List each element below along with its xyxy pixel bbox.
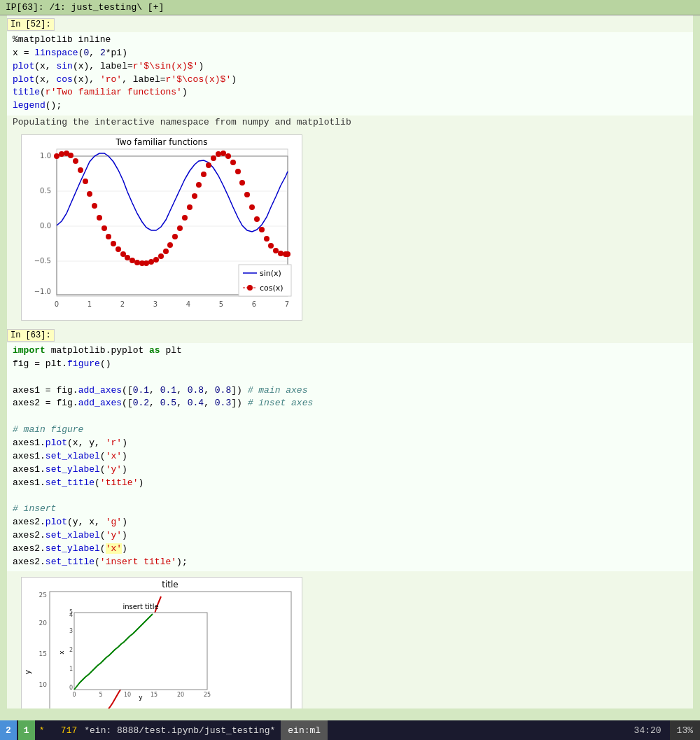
- cell-52-code[interactable]: %matplotlib inline x = linspace(0, 2*pi)…: [7, 32, 693, 116]
- svg-point-22: [59, 151, 64, 157]
- svg-point-37: [130, 258, 135, 263]
- title-text: IP[63]: /1: just_testing\ [+]: [6, 2, 164, 13]
- status-cell-2: 2: [0, 720, 17, 740]
- svg-text:0: 0: [72, 692, 76, 698]
- status-right: 34:20 13%: [626, 720, 700, 740]
- cell-52-label[interactable]: In [52]:: [7, 18, 55, 31]
- svg-point-54: [211, 155, 216, 161]
- svg-point-49: [187, 204, 192, 210]
- svg-text:2: 2: [69, 647, 73, 653]
- svg-text:3: 3: [153, 300, 158, 308]
- status-cell-1: 1: [18, 720, 35, 740]
- svg-point-52: [201, 172, 206, 177]
- cell-52-output: Populating the interactive namespace fro…: [7, 116, 693, 129]
- svg-text:0: 0: [55, 300, 59, 308]
- svg-point-56: [220, 151, 226, 156]
- svg-point-29: [92, 203, 97, 209]
- svg-text:20: 20: [39, 620, 48, 627]
- svg-point-47: [177, 225, 183, 231]
- svg-point-44: [163, 249, 169, 254]
- svg-point-66: [268, 243, 274, 249]
- plot2-inset-title: insert title: [122, 603, 158, 610]
- svg-point-34: [115, 246, 121, 252]
- svg-point-55: [216, 151, 221, 157]
- plot2-svg: title y x 0 5 10 15 20 25 0 1 2 3 4 5: [22, 578, 302, 708]
- plot2-main-title: title: [162, 580, 178, 589]
- svg-text:0.0: 0.0: [40, 222, 51, 230]
- svg-point-38: [134, 260, 140, 265]
- svg-point-41: [148, 259, 154, 265]
- svg-text:20: 20: [177, 692, 184, 698]
- svg-point-30: [97, 215, 102, 221]
- svg-point-26: [78, 167, 83, 173]
- plot1-container: Two familiar functions 1.0 0.5 0.0 −0.5 …: [21, 134, 302, 321]
- svg-text:x: x: [58, 650, 65, 655]
- svg-point-57: [225, 153, 231, 159]
- status-bar: 2 1 * 717 *ein: 8888/test.ipynb/just_tes…: [0, 720, 700, 740]
- svg-point-64: [259, 227, 265, 232]
- legend-sin-label: sin(x): [260, 269, 281, 278]
- svg-point-48: [182, 215, 188, 221]
- svg-point-21: [54, 153, 59, 159]
- svg-text:5: 5: [99, 692, 102, 698]
- svg-point-36: [125, 255, 130, 260]
- svg-point-50: [192, 193, 197, 199]
- status-position: 34:20: [626, 725, 670, 736]
- svg-text:y: y: [23, 670, 32, 675]
- plot2-container: title y x 0 5 10 15 20 25 0 1 2 3 4 5: [21, 577, 302, 708]
- svg-text:5: 5: [219, 300, 223, 308]
- svg-text:3: 3: [69, 628, 73, 634]
- inset-axes: [74, 613, 207, 690]
- svg-text:15: 15: [39, 650, 47, 657]
- svg-text:25: 25: [204, 692, 211, 698]
- svg-point-25: [73, 158, 78, 164]
- cell-63-label[interactable]: In [63]:: [7, 329, 55, 342]
- status-percent: 13%: [670, 720, 700, 740]
- svg-point-32: [106, 234, 111, 239]
- svg-point-67: [273, 248, 279, 253]
- svg-text:y: y: [139, 694, 143, 701]
- svg-point-33: [111, 241, 116, 246]
- svg-point-27: [83, 179, 88, 184]
- svg-text:−0.5: −0.5: [34, 257, 51, 265]
- svg-point-45: [167, 242, 173, 248]
- plot1-title: Two familiar functions: [115, 137, 208, 147]
- svg-text:1: 1: [88, 300, 92, 308]
- svg-text:5: 5: [69, 609, 73, 615]
- svg-point-65: [264, 236, 270, 242]
- title-bar: IP[63]: /1: just_testing\ [+]: [0, 0, 700, 15]
- svg-point-40: [144, 260, 149, 266]
- svg-point-68: [278, 251, 284, 256]
- svg-point-51: [196, 182, 202, 188]
- svg-text:10: 10: [124, 692, 131, 698]
- svg-point-58: [230, 160, 236, 165]
- legend-cos-label: cos(x): [260, 284, 284, 293]
- svg-point-73: [247, 285, 253, 291]
- svg-text:7: 7: [285, 300, 289, 308]
- svg-point-28: [87, 191, 92, 197]
- status-mode: ein:ml: [281, 720, 328, 740]
- svg-point-53: [206, 162, 211, 168]
- svg-text:2: 2: [120, 300, 125, 308]
- status-filename: *ein: 8888/test.ipynb/just_testing*: [81, 725, 278, 736]
- svg-text:6: 6: [252, 300, 256, 308]
- svg-point-61: [244, 192, 250, 197]
- cell-63-code[interactable]: import matplotlib.pyplot as plt fig = pl…: [7, 343, 693, 571]
- svg-point-59: [235, 169, 241, 174]
- notebook[interactable]: In [52]: %matplotlib inline x = linspace…: [7, 15, 693, 708]
- svg-point-42: [153, 257, 159, 263]
- svg-text:0.5: 0.5: [40, 187, 51, 195]
- plot1-svg: Two familiar functions 1.0 0.5 0.0 −0.5 …: [22, 135, 302, 317]
- svg-text:1: 1: [69, 666, 73, 672]
- svg-text:15: 15: [150, 692, 158, 698]
- svg-point-63: [254, 216, 260, 222]
- cell-52: In [52]: %matplotlib inline x = linspace…: [7, 15, 693, 326]
- svg-text:25: 25: [39, 592, 47, 599]
- svg-point-70: [285, 251, 290, 257]
- cell-63: In [63]: import matplotlib.pyplot as plt…: [7, 326, 693, 708]
- svg-point-46: [172, 234, 178, 239]
- svg-text:0: 0: [69, 685, 73, 691]
- svg-text:1.0: 1.0: [40, 152, 51, 160]
- status-indicator: * 717: [35, 725, 82, 736]
- svg-point-24: [68, 153, 74, 158]
